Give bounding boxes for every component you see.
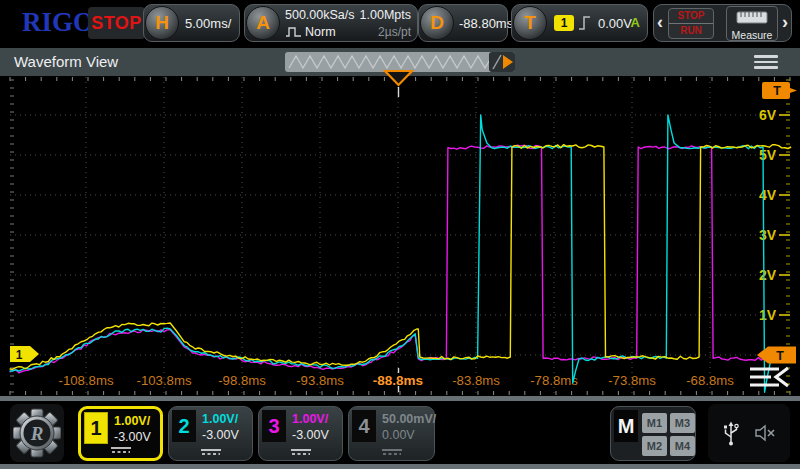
volt-axis-label: 6V xyxy=(759,107,777,123)
math-block[interactable]: M M1 M3 M2 M4 xyxy=(610,406,696,461)
channel-1-tag-label: 1 xyxy=(16,348,23,362)
bottom-channel-bar: R 1 1.00V/ -3.00V 2 1.00V/ -3.00V 3 1.00… xyxy=(0,401,800,464)
time-axis-label: -73.8ms xyxy=(608,373,656,388)
channel-3-scale: 1.00V/ xyxy=(292,412,328,426)
channel-1-badge: 1 xyxy=(84,412,108,444)
trigger-top-tag-label: T xyxy=(773,84,781,98)
volt-axis-label: 4V xyxy=(759,187,777,203)
math-m4-button[interactable]: M4 xyxy=(670,436,695,456)
dc-coupling-icon xyxy=(381,448,403,456)
waveform-ch3 xyxy=(10,145,792,372)
time-axis-label: -88.8ms xyxy=(373,373,423,388)
dc-coupling-icon xyxy=(200,448,222,456)
time-axis-label: -103.8ms xyxy=(137,373,192,388)
channel-2-block[interactable]: 2 1.00V/ -3.00V xyxy=(168,406,253,461)
time-axis-label: -78.8ms xyxy=(530,373,578,388)
oscilloscope-screen: RIGOL STOP H 5.00ms/ A 500.00kSa/s Norm … xyxy=(0,0,800,469)
channel-1-offset: -3.00V xyxy=(114,430,151,444)
channel-4-scale: 50.00mV/ xyxy=(382,412,436,426)
rigol-gear-button[interactable]: R xyxy=(10,404,64,462)
math-m2-button[interactable]: M2 xyxy=(642,436,667,456)
svg-text:R: R xyxy=(30,423,44,444)
time-axis-label: -98.8ms xyxy=(218,373,266,388)
usb-icon xyxy=(721,420,741,446)
math-m3-button[interactable]: M3 xyxy=(670,413,695,433)
time-axis-label: -108.8ms xyxy=(59,373,114,388)
channel-1-position-tag[interactable] xyxy=(10,346,39,362)
collapse-chevron-icon[interactable] xyxy=(776,368,788,386)
channel-4-block[interactable]: 4 50.00mV/ 0.00V xyxy=(348,406,435,461)
channel-3-offset: -3.00V xyxy=(292,428,329,442)
channel-3-block[interactable]: 3 1.00V/ -3.00V xyxy=(258,406,343,461)
volt-axis-label: 5V xyxy=(759,147,777,163)
time-axis-label: -68.8ms xyxy=(686,373,734,388)
time-axis-label: -93.8ms xyxy=(296,373,344,388)
volt-axis-label: 3V xyxy=(759,227,777,243)
io-status-block xyxy=(708,404,790,462)
gear-icon: R xyxy=(13,408,61,458)
channel-1-block[interactable]: 1 1.00V/ -3.00V xyxy=(78,406,163,461)
channel-1-scale: 1.00V/ xyxy=(114,414,150,428)
channel-2-scale: 1.00V/ xyxy=(202,412,238,426)
volt-axis-label: 2V xyxy=(759,267,777,283)
trigger-position-triangle[interactable] xyxy=(385,71,412,85)
time-axis-label: -83.8ms xyxy=(452,373,500,388)
math-m1-button[interactable]: M1 xyxy=(642,413,667,433)
channel-3-badge: 3 xyxy=(262,410,286,442)
dc-coupling-icon xyxy=(290,448,312,456)
channel-2-offset: -3.00V xyxy=(202,428,239,442)
channel-4-badge: 4 xyxy=(352,410,376,442)
channel-2-badge: 2 xyxy=(172,410,196,442)
trigger-level-tag-label: T xyxy=(776,349,784,363)
waveform-ch1 xyxy=(10,145,792,370)
screen-bottom-edge xyxy=(0,464,800,469)
sound-muted-icon xyxy=(753,423,777,443)
volt-axis-label: 1V xyxy=(759,307,777,323)
channel-4-offset: 0.00V xyxy=(382,428,415,442)
waveform-ch2 xyxy=(10,115,792,392)
dc-coupling-icon xyxy=(110,446,132,454)
math-badge: M xyxy=(614,410,638,442)
